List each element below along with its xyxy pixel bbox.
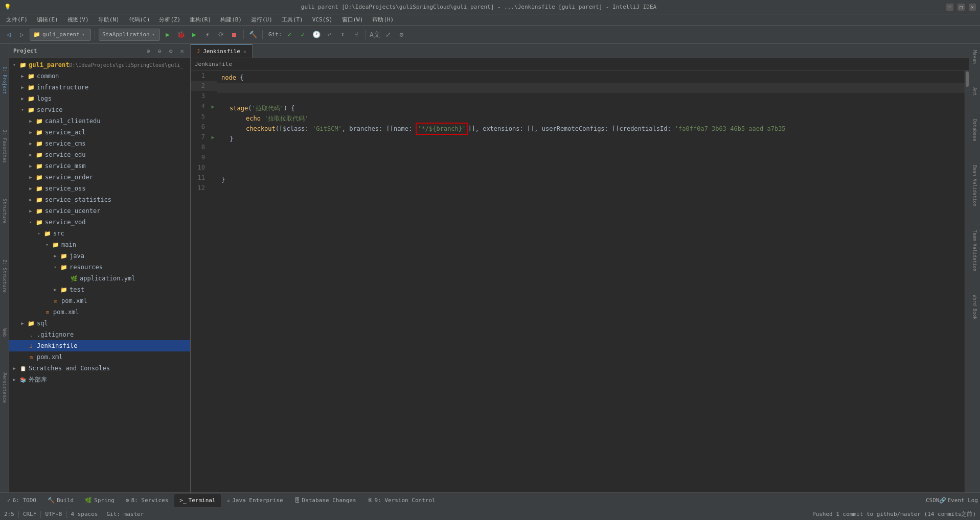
tree-item-acl[interactable]: ▶ 📁 service_acl bbox=[9, 127, 190, 138]
menu-window[interactable]: 窗口(W) bbox=[338, 15, 368, 25]
settings-btn[interactable]: ⚙ bbox=[396, 29, 407, 40]
menu-tools[interactable]: 工具(T) bbox=[278, 15, 307, 25]
build-button[interactable]: 🔨 bbox=[247, 29, 259, 40]
right-panel-ant[interactable]: Ant bbox=[971, 85, 978, 98]
left-panel-structure[interactable]: Structure bbox=[1, 197, 8, 226]
panel-minus-icon[interactable]: ⊖ bbox=[155, 47, 164, 55]
git-revert-btn[interactable]: ↩ bbox=[324, 29, 335, 40]
run-with-coverage-button[interactable]: ▶ bbox=[189, 29, 200, 40]
menu-file[interactable]: 文件(F) bbox=[2, 15, 32, 25]
expand-btn[interactable]: ⤢ bbox=[383, 29, 394, 40]
git-checkmark-1[interactable]: ✓ bbox=[284, 29, 295, 40]
tree-item-main[interactable]: ▾ 📁 main bbox=[9, 239, 190, 250]
tree-item-order[interactable]: ▶ 📁 service_order bbox=[9, 172, 190, 183]
status-line-ending[interactable]: CRLF bbox=[23, 511, 37, 517]
left-panel-favorites[interactable]: 2: Favorites bbox=[1, 128, 8, 165]
left-panel-project[interactable]: 1: Project bbox=[1, 64, 8, 96]
run-button[interactable]: ▶ bbox=[162, 29, 173, 40]
bottom-tab-todo[interactable]: ✓ 6: TODO bbox=[2, 494, 41, 507]
tree-item-ucenter[interactable]: ▶ 📁 service_ucenter bbox=[9, 205, 190, 217]
tree-item-common[interactable]: ▶ 📁 common bbox=[9, 70, 190, 82]
status-git[interactable]: Git: master bbox=[106, 511, 144, 517]
tree-item-sql[interactable]: ▶ 📁 sql bbox=[9, 318, 190, 329]
tree-item-gitignore[interactable]: ▶ . .gitignore bbox=[9, 329, 190, 340]
bottom-tab-db-changes[interactable]: 🗄 Database Changes bbox=[289, 494, 361, 507]
menu-refactor[interactable]: 重构(R) bbox=[186, 15, 215, 25]
git-push-btn[interactable]: ⬆ bbox=[337, 29, 349, 40]
tree-item-pom-service[interactable]: ▶ m pom.xml bbox=[9, 306, 190, 318]
right-panel-maven[interactable]: Maven bbox=[971, 48, 978, 66]
status-position[interactable]: 2:5 bbox=[4, 511, 14, 517]
git-branch-btn[interactable]: ⑂ bbox=[351, 29, 362, 40]
breadcrumb-jenkinsfile[interactable]: Jenkinsfile bbox=[195, 61, 232, 67]
left-panel-zstructure[interactable]: Z: Structure bbox=[1, 257, 8, 295]
bottom-tab-build[interactable]: 🔨 Build bbox=[42, 494, 79, 507]
tree-item-oss[interactable]: ▶ 📁 service_oss bbox=[9, 183, 190, 194]
menu-view[interactable]: 视图(V) bbox=[63, 15, 93, 25]
tree-item-edu[interactable]: ▶ 📁 service_edu bbox=[9, 149, 190, 160]
tree-item-pom-root[interactable]: ▶ m pom.xml bbox=[9, 351, 190, 363]
minimize-button[interactable]: ─ bbox=[946, 4, 953, 11]
menu-run[interactable]: 运行(U) bbox=[247, 15, 277, 25]
back-button[interactable]: ◁ bbox=[3, 29, 14, 40]
panel-close-icon[interactable]: ✕ bbox=[178, 47, 186, 55]
maximize-button[interactable]: □ bbox=[958, 4, 965, 11]
debug-button[interactable]: 🐞 bbox=[175, 29, 187, 40]
menu-help[interactable]: 帮助(H) bbox=[368, 15, 398, 25]
tab-close-icon[interactable]: ✕ bbox=[243, 49, 246, 54]
left-panel-web[interactable]: Web bbox=[1, 326, 8, 339]
right-panel-wordbook[interactable]: Word Book bbox=[971, 293, 978, 322]
menu-navigate[interactable]: 导航(N) bbox=[94, 15, 124, 25]
tree-item-yaml[interactable]: ▶ 🌿 application.yml bbox=[9, 273, 190, 284]
project-dropdown[interactable]: 📁 guli_parent ▾ bbox=[30, 29, 91, 41]
code-content[interactable]: node { stage ( '拉取代码' ) { echo bbox=[217, 70, 965, 492]
right-panel-bean[interactable]: Bean Validation bbox=[971, 163, 978, 208]
tree-item-cms[interactable]: ▶ 📁 service_cms bbox=[9, 138, 190, 149]
menu-build[interactable]: 构建(B) bbox=[216, 15, 246, 25]
panel-plus-icon[interactable]: ⊕ bbox=[144, 47, 152, 55]
git-update-btn[interactable]: 🕐 bbox=[311, 29, 322, 40]
right-panel-database[interactable]: Database bbox=[971, 117, 978, 143]
tree-item-resources[interactable]: ▾ 📁 resources bbox=[9, 262, 190, 273]
translate-btn[interactable]: A文 bbox=[370, 29, 381, 40]
tree-item-service[interactable]: ▾ 📁 service bbox=[9, 104, 190, 115]
menu-vcs[interactable]: VCS(S) bbox=[308, 15, 337, 24]
bottom-tab-services[interactable]: ⚙ 8: Services bbox=[121, 494, 173, 507]
tree-item-jenkinsfile[interactable]: ▶ J Jenkinsfile bbox=[9, 340, 190, 351]
tree-item-infrastructure[interactable]: ▶ 📁 infrastructure bbox=[9, 82, 190, 93]
tree-item-test[interactable]: ▶ 📁 test bbox=[9, 284, 190, 295]
menu-edit[interactable]: 编辑(E) bbox=[33, 15, 62, 25]
forward-button[interactable]: ▷ bbox=[16, 29, 28, 40]
status-event-log[interactable]: Event Log bbox=[947, 497, 978, 504]
menu-analyze[interactable]: 分析(Z) bbox=[155, 15, 185, 25]
tree-item-msm[interactable]: ▶ 📁 service_msm bbox=[9, 160, 190, 172]
tree-root[interactable]: ▾ 📁 guli_parent D:\IdeaProjects\guliSpri… bbox=[9, 59, 190, 70]
run-config-dropdown[interactable]: StaApplication ▾ bbox=[99, 29, 160, 41]
git-checkmark-2[interactable]: ✓ bbox=[298, 29, 309, 40]
stop-button[interactable]: ■ bbox=[229, 29, 240, 40]
tree-item-logs[interactable]: ▶ 📁 logs bbox=[9, 93, 190, 104]
left-panel-persistence[interactable]: Persistence bbox=[1, 370, 8, 405]
close-button[interactable]: ✕ bbox=[969, 4, 976, 11]
tree-item-canal[interactable]: ▶ 📁 canal_clientedu bbox=[9, 115, 190, 127]
vertical-scrollbar[interactable] bbox=[965, 70, 969, 492]
right-panel-team[interactable]: Team Validation bbox=[971, 228, 978, 273]
bottom-tab-java-enterprise[interactable]: ☕ Java Enterprise bbox=[222, 494, 288, 507]
tab-jenkinsfile[interactable]: J Jenkinsfile ✕ bbox=[191, 44, 253, 58]
gutter-7[interactable]: ▶ bbox=[209, 132, 217, 142]
tree-item-pom-vod[interactable]: ▶ m pom.xml bbox=[9, 295, 190, 306]
panel-gear-icon[interactable]: ⚙ bbox=[167, 47, 175, 55]
gutter-4[interactable]: ▶ bbox=[209, 101, 217, 111]
menu-code[interactable]: 代码(C) bbox=[125, 15, 154, 25]
force-run-button[interactable]: ⟳ bbox=[215, 29, 226, 40]
status-indent[interactable]: 4 spaces bbox=[71, 511, 98, 517]
tree-item-vod[interactable]: ▾ 📁 service_vod bbox=[9, 217, 190, 228]
tree-item-java[interactable]: ▶ 📁 java bbox=[9, 250, 190, 262]
tree-item-scratches[interactable]: ▶ 📋 Scratches and Consoles bbox=[9, 363, 190, 374]
tree-item-src[interactable]: ▾ 📁 src bbox=[9, 228, 190, 239]
tree-item-statistics[interactable]: ▶ 📁 service_statistics bbox=[9, 194, 190, 205]
bottom-tab-vcs[interactable]: ⑨ 9: Version Control bbox=[362, 494, 441, 507]
bottom-tab-terminal[interactable]: >_ Terminal bbox=[174, 494, 220, 507]
profile-button[interactable]: ⚡ bbox=[202, 29, 213, 40]
bottom-tab-spring[interactable]: 🌿 Spring bbox=[80, 494, 120, 507]
